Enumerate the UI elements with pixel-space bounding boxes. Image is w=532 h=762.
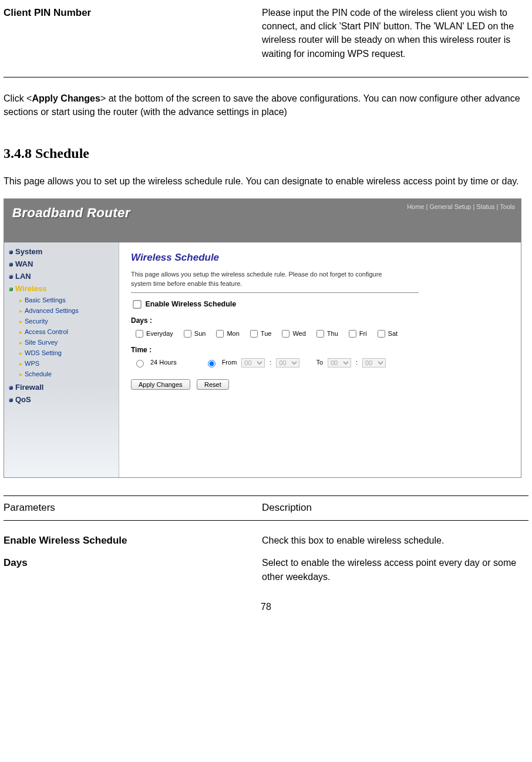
nav-label: System: [15, 247, 42, 256]
day-checkbox[interactable]: [378, 330, 385, 338]
nav-sub-wds[interactable]: WDS Setting: [19, 348, 119, 359]
day-checkbox[interactable]: [316, 330, 324, 338]
section-heading-schedule: 3.4.8 Schedule: [4, 143, 528, 164]
nav-sub-wps[interactable]: WPS: [19, 359, 119, 369]
nav-label: QoS: [15, 395, 31, 404]
time-from-radio[interactable]: [208, 360, 216, 367]
param-desc: Select to enable the wireless access poi…: [262, 556, 528, 583]
day-everyday: Everyday: [133, 328, 173, 339]
days-label: Days :: [131, 316, 509, 326]
to-min-select[interactable]: 00: [362, 358, 386, 367]
button-row: Apply Changes Reset: [131, 379, 509, 390]
time-24-radio[interactable]: [136, 360, 144, 367]
day-checkbox[interactable]: [250, 330, 258, 338]
colon: :: [270, 358, 271, 367]
day-label: Sun: [194, 329, 206, 339]
bullet-icon: [9, 287, 13, 291]
day-checkbox[interactable]: [216, 330, 224, 338]
param-row-enable: Enable Wireless Schedule Check this box …: [4, 534, 528, 548]
time-from-label: From: [222, 358, 237, 367]
day-checkbox[interactable]: [184, 330, 191, 338]
nav-sub-security[interactable]: Security: [19, 316, 119, 327]
nav-item-firewall[interactable]: Firewall: [9, 382, 119, 394]
nav-label: Wireless: [15, 284, 46, 293]
param-label: Days: [4, 556, 262, 583]
nav-sub-basic[interactable]: Basic Settings: [19, 295, 119, 306]
table-header-row: Parameters Description: [4, 498, 528, 518]
nav-sub-survey[interactable]: Site Survey: [19, 338, 119, 348]
time-24-label: 24 Hours: [150, 358, 177, 367]
day-checkbox[interactable]: [136, 330, 143, 338]
panel-divider: [131, 292, 419, 293]
nav-sub-schedule[interactable]: Schedule: [19, 369, 119, 380]
day-checkbox[interactable]: [282, 330, 289, 338]
day-label: Everyday: [146, 329, 173, 339]
day-sat: Sat: [375, 328, 398, 339]
day-tue: Tue: [248, 328, 272, 339]
day-fri: Fri: [346, 328, 367, 339]
router-body: System WAN LAN Wireless Basic Settings A…: [4, 242, 521, 477]
day-checkbox[interactable]: [349, 330, 356, 338]
days-row: Everyday Sun Mon Tue Wed Thu Fri Sat: [133, 328, 509, 339]
day-sun: Sun: [181, 328, 206, 339]
router-top-links[interactable]: Home | General Setup | Status | Tools: [407, 203, 515, 212]
param-desc: Check this box to enable wireless schedu…: [262, 534, 528, 548]
nav-item-lan[interactable]: LAN: [9, 271, 119, 283]
router-content: Wireless Schedule This page allows you s…: [119, 242, 521, 477]
day-label: Tue: [261, 329, 272, 339]
nav-main: System WAN LAN Wireless Basic Settings A…: [4, 245, 119, 406]
router-sidebar: System WAN LAN Wireless Basic Settings A…: [4, 242, 119, 477]
from-hour-select[interactable]: 00: [241, 358, 265, 367]
panel-desc: This page allows you setup the wireless …: [131, 270, 401, 289]
colon: :: [356, 358, 358, 367]
bullet-icon: [9, 250, 13, 254]
nav-label: WAN: [15, 259, 33, 268]
param-row-days: Days Select to enable the wireless acces…: [4, 556, 528, 583]
nav-label: Firewall: [15, 383, 43, 392]
router-header: Broadband Router Home | General Setup | …: [4, 199, 521, 242]
day-mon: Mon: [214, 328, 239, 339]
enable-wireless-schedule-checkbox[interactable]: [133, 300, 141, 308]
col-header-description: Description: [262, 501, 528, 515]
day-label: Mon: [227, 329, 239, 339]
page-number: 78: [4, 600, 528, 613]
apply-changes-note: Click <Apply Changes> at the bottom of t…: [4, 92, 528, 119]
nav-item-wan[interactable]: WAN: [9, 258, 119, 271]
nav-label: LAN: [15, 272, 31, 281]
apply-note-bold: Apply Changes: [32, 93, 100, 103]
section-divider: [4, 77, 528, 77]
bullet-icon: [9, 398, 13, 402]
section-intro: This page allows you to set up the wirel…: [4, 174, 528, 188]
nav-sub-access[interactable]: Access Control: [19, 327, 119, 338]
day-thu: Thu: [314, 328, 338, 339]
to-hour-select[interactable]: 00: [328, 358, 351, 367]
table-bottom-rule: [4, 520, 528, 521]
nav-sub-advanced[interactable]: Advanced Settings: [19, 306, 119, 316]
bullet-icon: [9, 386, 13, 390]
param-label: Client PIN Number: [4, 6, 262, 60]
param-desc: Please input the PIN code of the wireles…: [262, 6, 528, 60]
nav-item-system[interactable]: System: [9, 246, 119, 258]
bullet-icon: [9, 262, 13, 267]
enable-label: Enable Wireless Schedule: [145, 300, 236, 308]
time-row: 24 Hours From 00 : 00 To 00 : 00: [133, 358, 509, 367]
from-min-select[interactable]: 00: [276, 358, 299, 367]
day-label: Fri: [359, 329, 367, 339]
nav-item-wireless[interactable]: Wireless Basic Settings Advanced Setting…: [9, 283, 119, 382]
time-to-label: To: [316, 358, 323, 367]
day-label: Wed: [292, 329, 305, 339]
nav-item-qos[interactable]: QoS: [9, 394, 119, 406]
day-label: Sat: [388, 329, 398, 339]
reset-button[interactable]: Reset: [197, 379, 229, 390]
router-screenshot: Broadband Router Home | General Setup | …: [4, 198, 521, 478]
apply-changes-button[interactable]: Apply Changes: [131, 379, 190, 390]
panel-title: Wireless Schedule: [131, 251, 509, 265]
param-label: Enable Wireless Schedule: [4, 534, 262, 548]
table-top-rule: [4, 495, 528, 496]
bullet-icon: [9, 275, 13, 279]
day-label: Thu: [327, 329, 338, 339]
apply-note-prefix: Click <: [4, 93, 32, 103]
param-row-client-pin: Client PIN Number Please input the PIN c…: [4, 6, 528, 60]
col-header-parameters: Parameters: [4, 501, 262, 515]
nav-sub-wireless: Basic Settings Advanced Settings Securit…: [19, 295, 119, 380]
